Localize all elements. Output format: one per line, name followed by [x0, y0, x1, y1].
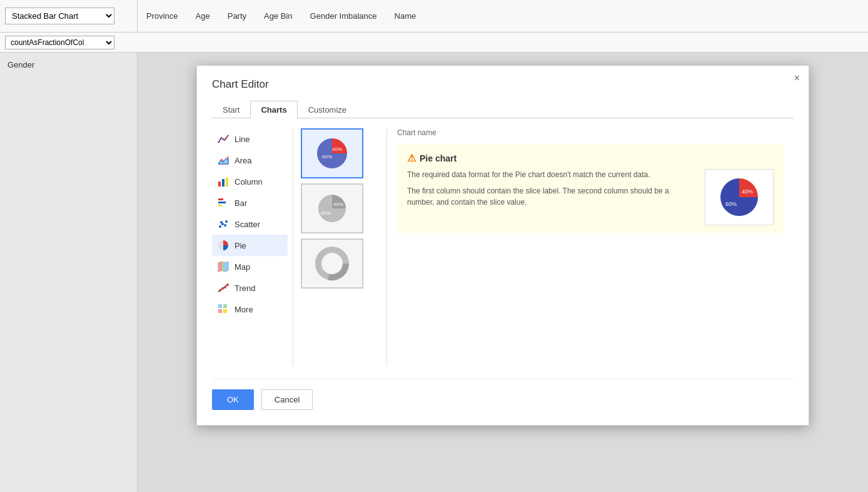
- ok-button[interactable]: OK: [212, 389, 254, 410]
- warning-note: The first column should contain the slic…: [407, 185, 695, 208]
- chart-type-more[interactable]: More: [212, 299, 288, 320]
- warning-box: ⚠ Pie chart The required data format for…: [397, 145, 784, 233]
- svg-rect-4: [226, 178, 228, 187]
- sidebar: Gender: [0, 53, 138, 492]
- tab-start[interactable]: Start: [212, 101, 250, 118]
- tab-party[interactable]: Party: [225, 0, 249, 32]
- tab-customize[interactable]: Customize: [298, 101, 357, 118]
- pie-icon: [217, 239, 230, 252]
- warning-icon: ⚠: [407, 152, 416, 164]
- chart-type-area[interactable]: Area: [212, 150, 288, 171]
- chart-type-area: Stacked Bar Chart: [0, 0, 138, 32]
- tab-gender-imbalance[interactable]: Gender Imbalance: [308, 0, 380, 32]
- sidebar-filter-label: Gender: [8, 60, 34, 69]
- warning-preview: 40% 60%: [705, 169, 774, 225]
- chart-type-bar[interactable]: Bar: [212, 192, 288, 213]
- pie-label: Pie: [235, 241, 246, 250]
- svg-rect-7: [218, 205, 222, 207]
- line-label: Line: [235, 135, 250, 144]
- warning-title: ⚠ Pie chart: [407, 152, 774, 164]
- modal-tabs: Start Charts Customize: [212, 101, 794, 118]
- modal-title: Chart Editor: [212, 78, 794, 91]
- svg-point-20: [224, 286, 226, 289]
- chart-variant-1[interactable]: 40% 60%: [301, 128, 363, 178]
- svg-rect-25: [223, 309, 227, 313]
- svg-text:40%: 40%: [333, 202, 343, 207]
- modal-close-button[interactable]: ×: [794, 73, 800, 83]
- chart-info-panel: Chart name ⚠ Pie chart The required data…: [387, 128, 794, 366]
- warning-content: The required data format for the Pie cha…: [407, 169, 774, 225]
- top-toolbar: Stacked Bar Chart Province Age Party Age…: [0, 0, 868, 33]
- measure-bar: countAsFractionOfCol: [0, 33, 868, 53]
- svg-point-21: [226, 284, 229, 286]
- svg-point-12: [220, 221, 223, 223]
- area-icon: [217, 154, 230, 167]
- tab-charts[interactable]: Charts: [250, 101, 297, 118]
- svg-rect-23: [223, 304, 227, 308]
- area-label: Area: [235, 156, 251, 165]
- more-label: More: [235, 305, 253, 314]
- svg-text:40%: 40%: [332, 146, 342, 152]
- chart-variant-2[interactable]: 40% 60%: [301, 183, 363, 233]
- modal-footer: OK Cancel: [212, 379, 794, 410]
- svg-text:40%: 40%: [742, 188, 753, 195]
- chart-type-column[interactable]: Column: [212, 171, 288, 192]
- warning-text: The required data format for the Pie cha…: [407, 169, 695, 180]
- map-icon: [217, 260, 230, 273]
- tab-name[interactable]: Name: [392, 0, 419, 32]
- chart-type-map[interactable]: Map: [212, 256, 288, 277]
- warning-title-text: Pie chart: [420, 153, 457, 163]
- svg-rect-24: [218, 309, 222, 313]
- tab-age-bin[interactable]: Age Bin: [261, 0, 295, 32]
- svg-rect-2: [218, 182, 221, 187]
- bar-label: Bar: [235, 198, 247, 208]
- chart-type-trend[interactable]: Trend: [212, 277, 288, 299]
- svg-marker-17: [225, 262, 228, 272]
- chart-name-label: Chart name: [397, 128, 784, 137]
- chart-types-panel: Line Area: [212, 128, 293, 366]
- svg-text:60%: 60%: [321, 210, 331, 216]
- svg-marker-15: [218, 262, 222, 272]
- svg-rect-5: [218, 198, 223, 200]
- more-icon: [217, 303, 230, 315]
- trend-label: Trend: [235, 284, 255, 293]
- svg-marker-16: [222, 262, 225, 272]
- chart-variants-panel: 40% 60% 40% 60%: [293, 128, 387, 366]
- svg-rect-22: [218, 304, 222, 308]
- scatter-label: Scatter: [235, 220, 260, 229]
- svg-text:60%: 60%: [322, 154, 332, 160]
- column-icon: [217, 175, 230, 188]
- svg-point-19: [221, 287, 224, 290]
- cancel-button[interactable]: Cancel: [261, 389, 313, 410]
- measure-dropdown[interactable]: countAsFractionOfCol: [5, 36, 114, 49]
- svg-point-11: [225, 220, 228, 223]
- chart-type-line[interactable]: Line: [212, 128, 288, 150]
- svg-rect-6: [218, 202, 226, 203]
- chart-type-pie[interactable]: Pie: [212, 235, 288, 256]
- trend-icon: [217, 282, 230, 294]
- svg-point-8: [219, 225, 221, 228]
- chart-area: × Chart Editor Start Charts Customize: [138, 53, 868, 492]
- bar-icon: [217, 197, 230, 209]
- tab-age[interactable]: Age: [193, 0, 213, 32]
- modal-body: Line Area: [212, 128, 794, 366]
- chart-type-scatter[interactable]: Scatter: [212, 213, 288, 235]
- chart-type-dropdown[interactable]: Stacked Bar Chart: [5, 8, 114, 24]
- scatter-icon: [217, 218, 230, 230]
- svg-text:60%: 60%: [725, 201, 737, 207]
- map-label: Map: [235, 262, 250, 272]
- main-content: Gender × Chart Editor Start Charts Custo…: [0, 53, 868, 492]
- tab-province[interactable]: Province: [144, 0, 181, 32]
- column-label: Column: [235, 177, 263, 187]
- chart-variant-3[interactable]: [301, 238, 363, 289]
- modal-overlay: × Chart Editor Start Charts Customize: [138, 53, 868, 492]
- warning-text-block: The required data format for the Pie cha…: [407, 169, 695, 208]
- svg-rect-3: [222, 179, 225, 187]
- svg-point-18: [219, 289, 221, 292]
- chart-editor-modal: × Chart Editor Start Charts Customize: [196, 65, 809, 426]
- svg-point-10: [224, 224, 226, 227]
- line-icon: [217, 133, 230, 145]
- tab-navigation: Province Age Party Age Bin Gender Imbala…: [138, 0, 868, 32]
